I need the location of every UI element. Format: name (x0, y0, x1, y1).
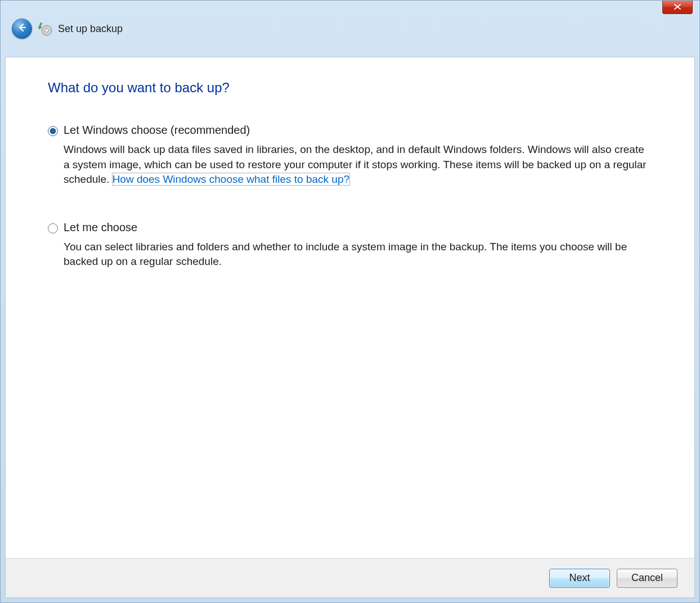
option-row: Let me choose (48, 221, 652, 234)
option-let-me-choose: Let me choose You can select libraries a… (48, 221, 652, 269)
wizard-title: Set up backup (58, 23, 123, 35)
option-description-windows-choose: Windows will back up data files saved in… (64, 142, 652, 187)
radio-windows-choose[interactable] (48, 126, 58, 136)
option-description-let-me-choose: You can select libraries and folders and… (64, 240, 652, 269)
next-button[interactable]: Next (549, 569, 610, 588)
option-windows-choose: Let Windows choose (recommended) Windows… (48, 124, 652, 187)
wizard-header: Set up backup (1, 1, 699, 57)
titlebar-buttons (662, 1, 693, 14)
option-label-let-me-choose[interactable]: Let me choose (64, 221, 137, 234)
close-icon (674, 2, 681, 12)
content-area: What do you want to back up? Let Windows… (5, 57, 695, 598)
option-row: Let Windows choose (recommended) (48, 124, 652, 137)
svg-point-1 (45, 29, 48, 32)
content-body: What do you want to back up? Let Windows… (6, 57, 694, 558)
option-label-windows-choose[interactable]: Let Windows choose (recommended) (64, 124, 250, 137)
radio-let-me-choose[interactable] (48, 223, 58, 233)
back-arrow-icon (17, 22, 27, 35)
cancel-button[interactable]: Cancel (617, 569, 677, 588)
wizard-window: Set up backup What do you want to back u… (0, 0, 700, 603)
back-button[interactable] (12, 19, 32, 39)
backup-app-icon (38, 21, 52, 36)
page-heading: What do you want to back up? (48, 80, 652, 96)
button-bar: Next Cancel (6, 558, 694, 597)
help-link-how-choose[interactable]: How does Windows choose what files to ba… (113, 173, 349, 185)
close-button[interactable] (662, 1, 693, 14)
